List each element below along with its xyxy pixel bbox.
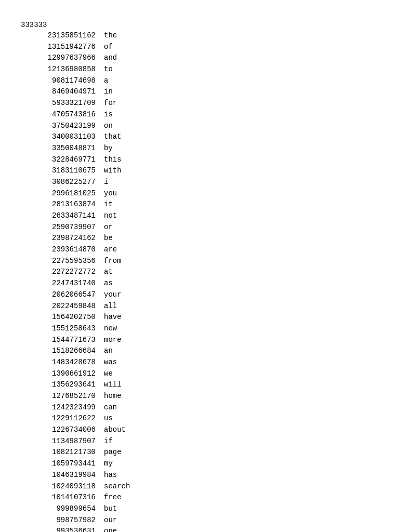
row-number: 12997637966 bbox=[21, 52, 104, 64]
table-row: 1014107316free bbox=[21, 492, 378, 503]
row-word: new bbox=[104, 323, 117, 335]
row-number: 2275595356 bbox=[21, 256, 104, 267]
row-word: us bbox=[104, 413, 113, 424]
row-word: or bbox=[104, 222, 113, 233]
row-number: 1082121730 bbox=[21, 447, 104, 458]
table-row: 4705743816is bbox=[21, 109, 378, 121]
table-row: 23135851162the bbox=[21, 30, 378, 42]
row-word: we bbox=[104, 368, 113, 380]
table-row: 3400031103that bbox=[21, 131, 378, 143]
row-word: that bbox=[104, 131, 122, 143]
row-number: 1564202750 bbox=[21, 312, 104, 323]
row-number: 1229112622 bbox=[21, 413, 104, 424]
row-number: 2633487141 bbox=[21, 210, 104, 222]
row-number: 3183110675 bbox=[21, 165, 104, 177]
row-number: 2022459848 bbox=[21, 301, 104, 312]
row-number: 1059793441 bbox=[21, 458, 104, 470]
row-number: 1014107316 bbox=[21, 492, 104, 503]
table-row: 2398724162be bbox=[21, 233, 378, 244]
table-row: 2272272772at bbox=[21, 267, 378, 278]
row-word: about bbox=[104, 424, 126, 436]
row-number: 12136980858 bbox=[21, 64, 104, 75]
table-row: 998757982our bbox=[21, 515, 378, 526]
row-word: is bbox=[104, 109, 113, 121]
table-row: 2247431740as bbox=[21, 278, 378, 289]
row-word: an bbox=[104, 345, 113, 357]
row-number: 9081174698 bbox=[21, 75, 104, 87]
table-row: 1390661912we bbox=[21, 368, 378, 380]
table-row: 1518266684an bbox=[21, 345, 378, 357]
row-number: 1242323499 bbox=[21, 402, 104, 414]
row-number: 8469404971 bbox=[21, 86, 104, 98]
row-number: 5933321709 bbox=[21, 98, 104, 109]
row-number: 3350048871 bbox=[21, 143, 104, 154]
table-row: 993536631one bbox=[21, 526, 378, 532]
table-row: 1082121730page bbox=[21, 447, 378, 458]
row-number: 1551258643 bbox=[21, 323, 104, 335]
table-row: 1046319984has bbox=[21, 470, 378, 481]
row-word: will bbox=[104, 379, 122, 391]
table-row: 2590739907or bbox=[21, 222, 378, 233]
row-word: home bbox=[104, 391, 122, 402]
row-word: our bbox=[104, 515, 117, 526]
row-word: to bbox=[104, 64, 113, 75]
row-word: for bbox=[104, 98, 117, 109]
table-row: 1229112622us bbox=[21, 413, 378, 424]
row-word: in bbox=[104, 86, 113, 98]
row-word: have bbox=[104, 312, 122, 323]
table-row: 1242323499can bbox=[21, 402, 378, 414]
row-word: be bbox=[104, 233, 113, 244]
table-row: 3350048871by bbox=[21, 143, 378, 154]
table-row: 13151942776of bbox=[21, 42, 378, 53]
row-number: 1046319984 bbox=[21, 470, 104, 481]
table-row: 3086225277i bbox=[21, 177, 378, 188]
table-row: 2633487141not bbox=[21, 210, 378, 222]
table-row: 1276852170home bbox=[21, 391, 378, 402]
table-row: 3228469771this bbox=[21, 154, 378, 166]
row-number: 2272272772 bbox=[21, 267, 104, 278]
row-number: 2398724162 bbox=[21, 233, 104, 244]
table-row: 9081174698a bbox=[21, 75, 378, 87]
top-label: 333333 bbox=[21, 21, 378, 29]
table-row: 12136980858to bbox=[21, 64, 378, 75]
row-word: at bbox=[104, 267, 113, 278]
row-word: was bbox=[104, 357, 117, 368]
row-number: 3400031103 bbox=[21, 131, 104, 143]
row-number: 1518266684 bbox=[21, 345, 104, 357]
row-word: the bbox=[104, 30, 117, 42]
row-number: 3228469771 bbox=[21, 154, 104, 166]
row-number: 1024093118 bbox=[21, 481, 104, 493]
row-number: 4705743816 bbox=[21, 109, 104, 121]
row-word: can bbox=[104, 402, 117, 414]
row-word: of bbox=[104, 42, 113, 53]
row-word: free bbox=[104, 492, 122, 503]
row-word: as bbox=[104, 278, 113, 289]
table-row: 12997637966and bbox=[21, 52, 378, 64]
row-number: 3086225277 bbox=[21, 177, 104, 188]
header-value: 333333 bbox=[21, 21, 47, 29]
row-word: your bbox=[104, 289, 122, 301]
table-row: 8469404971in bbox=[21, 86, 378, 98]
table-row: 1226734006about bbox=[21, 424, 378, 436]
table-row: 1551258643new bbox=[21, 323, 378, 335]
row-number: 2393614870 bbox=[21, 244, 104, 256]
row-word: has bbox=[104, 470, 117, 481]
row-number: 3750423199 bbox=[21, 121, 104, 132]
row-word: page bbox=[104, 447, 122, 458]
table-row: 5933321709for bbox=[21, 98, 378, 109]
row-number: 993536631 bbox=[21, 526, 104, 532]
row-number: 2996181025 bbox=[21, 188, 104, 200]
data-table: 23135851162the13151942776of12997637966an… bbox=[21, 30, 378, 532]
row-word: and bbox=[104, 52, 117, 64]
table-row: 1356293641will bbox=[21, 379, 378, 391]
row-number: 13151942776 bbox=[21, 42, 104, 53]
row-number: 23135851162 bbox=[21, 30, 104, 42]
row-word: one bbox=[104, 526, 117, 532]
table-row: 1564202750have bbox=[21, 312, 378, 323]
table-row: 2022459848all bbox=[21, 301, 378, 312]
row-number: 1356293641 bbox=[21, 379, 104, 391]
table-row: 1059793441my bbox=[21, 458, 378, 470]
row-word: but bbox=[104, 503, 117, 515]
row-number: 1134987907 bbox=[21, 436, 104, 447]
row-number: 2590739907 bbox=[21, 222, 104, 233]
